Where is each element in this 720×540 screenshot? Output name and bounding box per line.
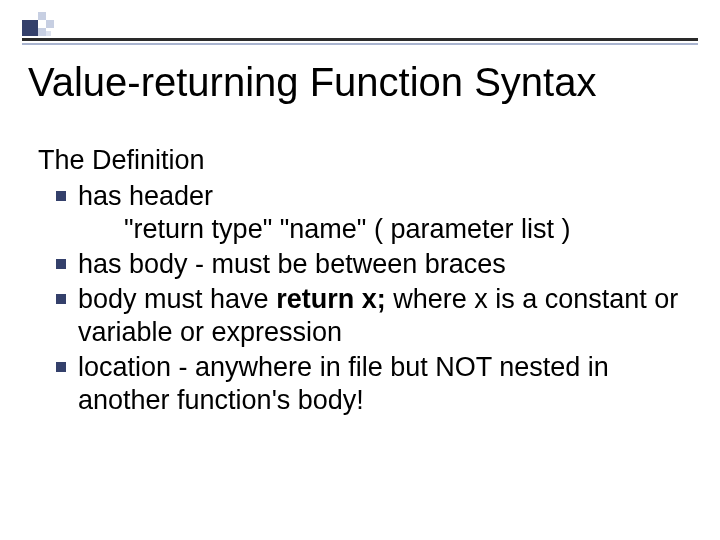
bullet-text: has body - must be between braces xyxy=(78,249,506,279)
square-icon xyxy=(38,12,46,20)
square-icon xyxy=(46,20,54,28)
bullet-list: has header "return type" "name" ( parame… xyxy=(38,180,690,417)
bullet-text: has header xyxy=(78,181,213,211)
bullet-text-part: body must have xyxy=(78,284,276,314)
slide-content: Value-returning Function Syntax The Defi… xyxy=(28,60,690,419)
list-item: location - anywhere in file but NOT nest… xyxy=(56,351,690,417)
square-icon xyxy=(46,31,51,36)
divider-thin xyxy=(22,43,698,45)
divider-thick xyxy=(22,38,698,41)
list-item: has body - must be between braces xyxy=(56,248,690,281)
square-icon xyxy=(38,28,46,36)
bullet-text-bold: return x; xyxy=(276,284,386,314)
section-heading: The Definition xyxy=(38,145,690,176)
corner-decoration xyxy=(22,12,62,52)
list-item: has header "return type" "name" ( parame… xyxy=(56,180,690,246)
bullet-text: location - anywhere in file but NOT nest… xyxy=(78,352,609,415)
square-icon xyxy=(22,20,38,36)
slide-title: Value-returning Function Syntax xyxy=(28,60,690,105)
slide-body: The Definition has header "return type" … xyxy=(28,145,690,417)
list-item: body must have return x; where x is a co… xyxy=(56,283,690,349)
bullet-subtext: "return type" "name" ( parameter list ) xyxy=(78,213,690,246)
